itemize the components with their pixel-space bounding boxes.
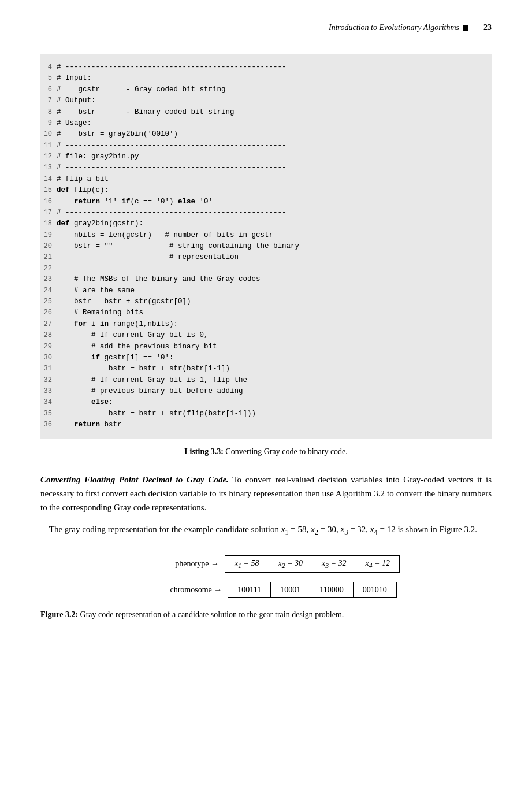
code-line: 11# ------------------------------------… [40, 140, 486, 151]
line-text: # Input: [57, 73, 486, 84]
code-block: 4# -------------------------------------… [40, 54, 492, 439]
line-number: 9 [40, 118, 57, 129]
line-number: 30 [40, 352, 57, 363]
figure-caption-normal: Gray code representation of a candidate … [78, 610, 344, 619]
figure-caption: Figure 3.2: Gray code representation of … [40, 608, 492, 621]
listing-caption-normal: Converting Gray code to binary code. [225, 447, 348, 456]
page: Introduction to Evolutionary Algorithms … [0, 0, 532, 798]
chromosome-cell-1: 100111 [228, 582, 271, 598]
line-number: 29 [40, 342, 57, 352]
code-line: 13# ------------------------------------… [40, 162, 486, 173]
code-line: 28 # If current Gray bit is 0, [40, 330, 486, 341]
code-line: 16 return '1' if(c == '0') else '0' [40, 196, 486, 207]
line-text: # --------------------------------------… [57, 62, 486, 73]
phenotype-cell-3: x3 = 32 [312, 555, 356, 573]
listing-caption-bold: Listing 3.3: [184, 447, 224, 456]
line-text: return bstr [57, 420, 486, 430]
line-number: 31 [40, 363, 57, 374]
code-line: 25 bstr = bstr + str(gcstr[0]) [40, 296, 486, 307]
line-text: # flip a bit [57, 174, 486, 185]
listing-caption-text: Listing 3.3: Converting Gray code to bin… [184, 447, 348, 456]
line-text: # previous binary bit before adding [57, 386, 486, 397]
line-text: bstr = bstr + str(flip(bstr[i-1])) [57, 409, 486, 420]
code-line: 20 bstr = "" # string containing the bin… [40, 241, 486, 252]
line-number: 14 [40, 174, 57, 185]
line-text: # Usage: [57, 118, 486, 129]
line-text: else: [57, 397, 486, 408]
line-text: # Remaining bits [57, 307, 486, 318]
line-number: 5 [40, 73, 57, 84]
code-line: 27 for i in range(1,nbits): [40, 319, 486, 330]
page-header: Introduction to Evolutionary Algorithms … [40, 23, 492, 36]
paragraph-2: The gray coding representation for the e… [40, 522, 492, 538]
code-line: 14# flip a bit [40, 174, 486, 185]
line-text: return '1' if(c == '0') else '0' [57, 196, 486, 207]
chromosome-cell-4: 001010 [353, 582, 396, 598]
line-number: 27 [40, 319, 57, 330]
code-line: 33 # previous binary bit before adding [40, 386, 486, 397]
line-number: 26 [40, 307, 57, 318]
line-text: for i in range(1,nbits): [57, 319, 486, 330]
phenotype-table: x1 = 58 x2 = 30 x3 = 32 x4 = 12 [225, 555, 400, 573]
line-number: 18 [40, 218, 57, 229]
line-number: 10 [40, 129, 57, 140]
line-text: # --------------------------------------… [57, 140, 486, 151]
line-text: nbits = len(gcstr) # number of bits in g… [57, 230, 486, 241]
chromosome-row: chromosome → 100111 10001 110000 001010 [135, 582, 396, 598]
code-line: 22 [40, 263, 486, 274]
paragraph-1-italic: Converting Floating Point Decimal to Gra… [40, 475, 229, 484]
figure-caption-bold: Figure 3.2: [40, 610, 78, 619]
code-line: 24 # are the same [40, 285, 486, 296]
header-separator [463, 25, 468, 31]
line-text: # representation [57, 252, 486, 263]
line-text: def gray2bin(gcstr): [57, 218, 486, 229]
code-line: 7# Output: [40, 95, 486, 106]
line-text: # file: gray2bin.py [57, 151, 486, 162]
line-number: 34 [40, 397, 57, 408]
code-line: 15def flip(c): [40, 185, 486, 196]
line-number: 15 [40, 185, 57, 196]
line-text: # Output: [57, 95, 486, 106]
line-number: 28 [40, 330, 57, 341]
code-line: 18def gray2bin(gcstr): [40, 218, 486, 229]
phenotype-row: phenotype → x1 = 58 x2 = 30 x3 = 32 x4 =… [132, 555, 400, 573]
line-number: 19 [40, 230, 57, 241]
code-line: 4# -------------------------------------… [40, 62, 486, 73]
line-text: # add the previous binary bit [57, 342, 486, 352]
code-line: 35 bstr = bstr + str(flip(bstr[i-1])) [40, 409, 486, 420]
line-number: 17 [40, 207, 57, 218]
line-text: # bstr = gray2bin('0010') [57, 129, 486, 140]
line-number: 35 [40, 409, 57, 420]
line-text: # --------------------------------------… [57, 207, 486, 218]
code-line: 36 return bstr [40, 420, 486, 430]
code-line: 9# Usage: [40, 118, 486, 129]
code-line: 34 else: [40, 397, 486, 408]
code-line: 29 # add the previous binary bit [40, 342, 486, 352]
line-text: bstr = bstr + str(bstr[i-1]) [57, 363, 486, 374]
line-number: 24 [40, 285, 57, 296]
figure-table-wrapper: phenotype → x1 = 58 x2 = 30 x3 = 32 x4 =… [40, 555, 492, 599]
code-line: 21 # representation [40, 252, 486, 263]
paragraph-1: Converting Floating Point Decimal to Gra… [40, 473, 492, 514]
line-number: 6 [40, 84, 57, 95]
phenotype-cell-1: x1 = 58 [225, 555, 269, 573]
line-number: 12 [40, 151, 57, 162]
line-number: 4 [40, 62, 57, 73]
line-number: 16 [40, 196, 57, 207]
phenotype-label: phenotype → [132, 559, 225, 569]
line-number: 7 [40, 95, 57, 106]
code-line: 26 # Remaining bits [40, 307, 486, 318]
line-number: 8 [40, 107, 57, 118]
line-text: # are the same [57, 285, 486, 296]
phenotype-cell-2: x2 = 30 [269, 555, 312, 573]
line-number: 33 [40, 386, 57, 397]
line-text: if gcstr[i] == '0': [57, 352, 486, 363]
listing-caption: Listing 3.3: Converting Gray code to bin… [40, 447, 492, 456]
chromosome-label: chromosome → [135, 585, 228, 595]
line-number: 11 [40, 140, 57, 151]
code-line: 5# Input: [40, 73, 486, 84]
page-number: 23 [483, 23, 492, 32]
line-number: 36 [40, 420, 57, 430]
header-title: Introduction to Evolutionary Algorithms [329, 23, 459, 32]
code-line: 10# bstr = gray2bin('0010') [40, 129, 486, 140]
